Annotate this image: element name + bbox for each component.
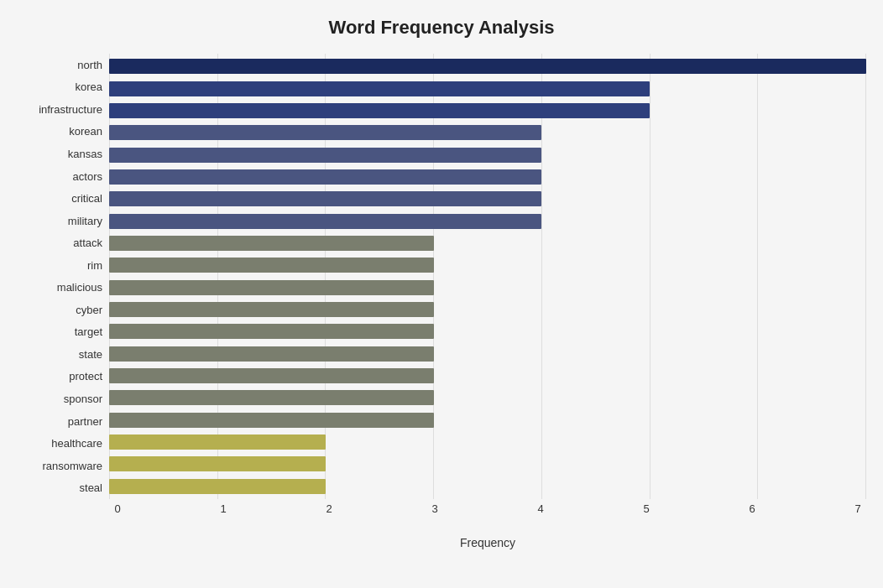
bar: [109, 148, 541, 163]
y-label: kansas: [68, 143, 102, 164]
x-tick: 5: [638, 502, 655, 515]
y-label: actors: [73, 166, 102, 186]
y-label: korea: [75, 77, 102, 97]
x-tick: 2: [321, 502, 337, 515]
bar: [109, 456, 326, 471]
x-axis-label: Frequency: [460, 536, 515, 549]
bar-row: [109, 123, 866, 142]
bars-and-xaxis: 01234567Frequency: [109, 54, 866, 524]
y-label: military: [68, 211, 102, 231]
bar: [109, 280, 434, 295]
y-label: north: [77, 55, 102, 75]
bar-row: [109, 388, 866, 407]
bar-row: [109, 256, 866, 274]
y-label: state: [79, 344, 102, 364]
chart-container: Word Frequency Analysis northkoreainfras…: [0, 0, 883, 588]
x-tick: 7: [849, 502, 866, 515]
y-label: sponsor: [64, 388, 102, 408]
bar-row: [109, 411, 866, 429]
bar-row: [109, 57, 866, 75]
bar: [109, 169, 541, 185]
bars-area: [109, 54, 866, 499]
y-label: partner: [68, 411, 102, 431]
bar-row: [109, 367, 866, 385]
bar-row: [109, 477, 866, 496]
x-tick: 4: [532, 502, 549, 515]
bar: [109, 324, 434, 339]
bar-row: [109, 278, 866, 297]
y-label: ransomware: [42, 455, 102, 476]
y-label: steal: [80, 478, 102, 498]
y-label: critical: [71, 189, 102, 209]
bar: [109, 103, 650, 118]
x-axis: 01234567Frequency: [109, 499, 866, 524]
bar-row: [109, 80, 866, 98]
bar: [109, 214, 541, 229]
bar-row: [109, 300, 866, 319]
bar: [109, 390, 434, 405]
bar: [109, 413, 434, 428]
y-label: healthcare: [51, 434, 102, 454]
bar: [109, 191, 541, 206]
bar-row: [109, 322, 866, 341]
chart-area: northkoreainfrastructurekoreankansasacto…: [17, 54, 866, 524]
bar-row: [109, 190, 866, 208]
x-tick: 1: [215, 502, 232, 515]
bar: [109, 434, 326, 450]
bar: [109, 81, 650, 96]
bar-row: [109, 345, 866, 363]
y-label: cyber: [76, 299, 102, 320]
bar-row: [109, 146, 866, 164]
bar-row: [109, 212, 866, 231]
x-tick: 6: [744, 502, 760, 515]
y-label: attack: [73, 233, 102, 253]
x-tick: 0: [109, 502, 126, 515]
x-tick: 3: [426, 502, 443, 515]
bar: [109, 258, 434, 273]
bar: [109, 59, 866, 74]
y-label: target: [75, 322, 102, 342]
y-label: korean: [69, 122, 102, 142]
bar: [109, 346, 434, 362]
bar: [109, 125, 541, 140]
bars-wrapper: [109, 54, 866, 499]
chart-title: Word Frequency Analysis: [17, 17, 866, 39]
bar-row: [109, 101, 866, 120]
y-label: malicious: [57, 278, 102, 298]
bar: [109, 236, 434, 251]
bar: [109, 302, 434, 317]
bar-row: [109, 168, 866, 186]
y-axis: northkoreainfrastructurekoreankansasacto…: [17, 54, 109, 524]
bar: [109, 479, 326, 494]
y-label: protect: [69, 367, 102, 387]
bar-row: [109, 433, 866, 451]
y-label: infrastructure: [39, 99, 102, 119]
bar-row: [109, 455, 866, 473]
y-label: rim: [87, 255, 102, 275]
bar: [109, 368, 434, 383]
bar-row: [109, 234, 866, 252]
